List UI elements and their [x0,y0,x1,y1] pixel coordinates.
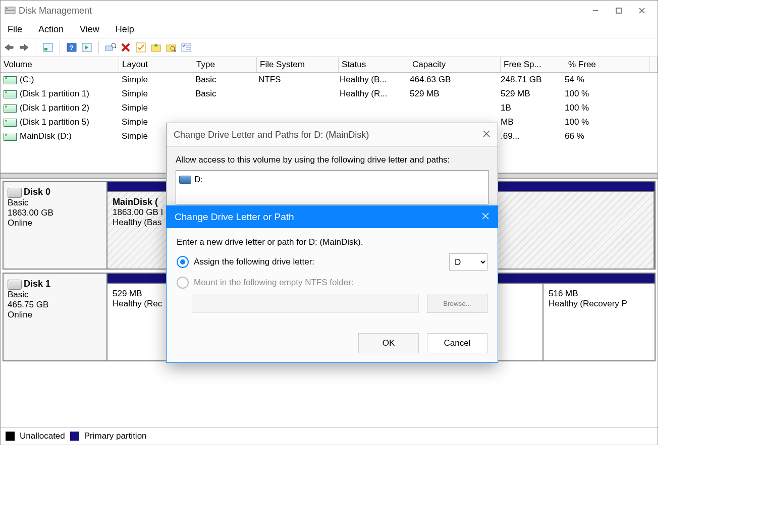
radio-mount-label: Mount in the following empty NTFS folder… [194,278,354,288]
vol-free: 529 MB [498,88,562,100]
window-title: Disk Management [19,6,92,16]
disk-management-window: Disk Management File Action View Help ? … [0,0,658,445]
vol-free: 248.71 GB [498,74,562,86]
drive-icon [4,76,17,84]
col-filesystem[interactable]: File System [257,57,339,72]
toolbar: ? [1,38,658,57]
vol-status [337,107,407,109]
list-check-icon[interactable] [181,42,192,53]
change-paths-dialog: Change Drive Letter and Paths for D: (Ma… [166,123,498,213]
rescan-icon[interactable] [105,42,116,53]
partition-status: Healthy (Recovery P [549,299,649,309]
mount-path-input [192,294,419,313]
dialog-titlebar[interactable]: Change Drive Letter or Path [167,206,498,228]
svg-text:?: ? [70,44,74,51]
paths-listbox[interactable]: D: [176,170,489,204]
refresh-icon[interactable] [42,42,53,53]
col-pctfree[interactable]: % Free [565,57,650,72]
col-freespace[interactable]: Free Sp... [501,57,565,72]
drive-icon [4,119,17,127]
disk-size: 465.75 GB [8,300,102,310]
vol-name: MainDisk (D:) [20,131,72,141]
back-icon[interactable] [4,42,15,53]
folder-search-icon[interactable] [166,42,177,53]
close-button[interactable] [630,3,654,18]
svg-rect-1 [5,11,15,14]
folder-up-icon[interactable] [150,42,161,53]
app-icon [5,6,16,16]
col-capacity[interactable]: Capacity [409,57,501,72]
disk-type: Basic [8,290,102,300]
radio-assign-row[interactable]: Assign the following drive letter: D [177,253,487,271]
radio-mount-row[interactable]: Mount in the following empty NTFS folder… [177,277,487,289]
toolbar-separator [36,41,36,54]
disk-icon [8,188,22,198]
menu-view[interactable]: View [78,23,101,36]
col-volume[interactable]: Volume [1,57,119,72]
svg-line-17 [115,47,116,48]
vol-free: 1B [498,102,562,114]
vol-free: .69... [498,130,562,142]
svg-point-16 [112,43,116,47]
partition-size: 516 MB [549,289,649,299]
vol-name: (Disk 1 partition 2) [20,103,89,113]
disk-type: Basic [8,198,102,208]
vol-capacity [407,107,498,109]
disk-state: Online [8,218,102,228]
legend-primary: Primary partition [84,431,147,441]
vol-capacity: 464.63 GB [407,74,498,86]
delete-icon[interactable] [120,42,131,53]
radio-assign[interactable] [177,256,189,268]
dialog-titlebar: Change Drive Letter and Paths for D: (Ma… [167,123,498,147]
partition[interactable]: 516 MB Healthy (Recovery P [544,284,655,360]
toolbar-separator [98,41,99,54]
vol-pct: 100 % [562,102,646,114]
check-icon[interactable] [135,42,146,53]
radio-mount[interactable] [177,277,189,289]
browse-button: Browse... [427,294,487,313]
col-status[interactable]: Status [339,57,409,72]
vol-type: Basic [192,88,255,100]
maximize-button[interactable] [607,3,630,18]
menu-file[interactable]: File [6,23,24,36]
close-icon[interactable] [481,211,490,223]
volume-row[interactable]: (Disk 1 partition 2) Simple 1B 100 % [1,101,658,115]
svg-rect-10 [44,48,47,50]
disk-info[interactable]: Disk 1 Basic 465.75 GB Online [4,274,107,360]
volume-row[interactable]: (C:) Simple Basic NTFS Healthy (B... 464… [1,73,658,87]
legend-unallocated: Unallocated [20,431,65,441]
disk-label: Disk 1 [24,279,50,289]
action-list-icon[interactable] [81,42,92,53]
ok-button[interactable]: OK [358,333,419,353]
close-icon[interactable] [482,130,491,140]
vol-name: (Disk 1 partition 1) [20,89,89,98]
menubar: File Action View Help [1,21,658,38]
col-spacer [650,57,658,72]
help-icon[interactable]: ? [66,42,77,53]
dialog-instruction: Allow access to this volume by using the… [176,155,489,165]
legend-swatch-unallocated [6,432,15,441]
minimize-button[interactable] [584,3,607,18]
volume-row[interactable]: (Disk 1 partition 1) Simple Basic Health… [1,87,658,101]
menu-help[interactable]: Help [114,23,136,36]
disk-info[interactable]: Disk 0 Basic 1863.00 GB Online [4,182,107,269]
disk-icon [8,280,22,290]
col-type[interactable]: Type [193,57,257,72]
menu-action[interactable]: Action [36,23,66,36]
vol-status: Healthy (R... [337,88,407,100]
drive-letter-select[interactable]: D [449,253,487,271]
paths-list-item[interactable]: D: [179,173,485,187]
disk-state: Online [8,310,102,320]
legend-swatch-primary [70,432,79,441]
cancel-button[interactable]: Cancel [427,333,487,353]
vol-fs [255,107,337,109]
vol-fs: NTFS [255,74,337,86]
col-layout[interactable]: Layout [119,57,193,72]
vol-layout: Simple [119,88,192,100]
path-label: D: [194,175,203,185]
vol-name: (Disk 1 partition 5) [20,117,89,127]
change-letter-dialog: Change Drive Letter or Path Enter a new … [166,205,498,363]
forward-icon[interactable] [19,42,30,53]
dialog-instruction: Enter a new drive letter or path for D: … [177,237,487,247]
vol-fs [255,93,337,95]
